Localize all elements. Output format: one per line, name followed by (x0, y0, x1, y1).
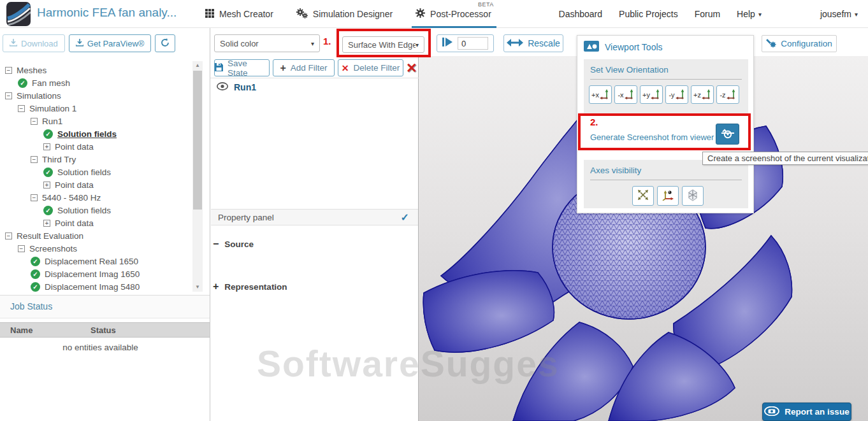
nav-forum[interactable]: Forum (695, 9, 720, 19)
tab-label: Simulation Designer (313, 9, 393, 19)
tree-item-label: Simulations (17, 91, 61, 101)
view-orientation-minus-y-button[interactable]: -y (665, 85, 688, 104)
report-issue-button[interactable]: Report an issue (762, 403, 851, 421)
orientation-label: -y (669, 91, 674, 99)
save-state-label: Save State (228, 59, 269, 78)
scrollbar-thumb[interactable] (193, 71, 202, 210)
nav-label: Help (737, 9, 755, 19)
scroll-down-arrow[interactable]: ▼ (192, 283, 203, 292)
tree-item-point-data[interactable]: +Point data (0, 178, 191, 191)
viewport-tools-panel: Viewport Tools Set View Orientation +x-x… (577, 35, 754, 213)
color-mode-select[interactable]: Solid color ▾ (214, 34, 320, 52)
collapse-toggle-icon[interactable]: − (31, 156, 38, 163)
rescale-button[interactable]: Rescale (503, 34, 563, 52)
double-arrow-icon (507, 38, 523, 48)
collapse-toggle-icon[interactable]: − (5, 67, 12, 74)
tree-item-third-try[interactable]: −Third Try (0, 153, 191, 166)
play-button[interactable] (442, 37, 453, 50)
download-icon (76, 39, 83, 48)
tree-item-displacement-imag-1650[interactable]: ✓Displacement Imag 1650 (0, 268, 191, 280)
screenshot-camera-button[interactable] (716, 124, 739, 145)
tooltip: Create a screenshot of the current visua… (702, 152, 868, 165)
property-panel-header[interactable]: Property panel ✓ (211, 209, 418, 225)
nav-public-projects[interactable]: Public Projects (619, 9, 678, 19)
tree-item-label: Solution fields (57, 129, 117, 139)
refresh-button[interactable] (155, 34, 175, 52)
collapse-toggle-icon[interactable]: − (5, 92, 12, 99)
orientation-label: -x (618, 91, 623, 99)
tree-item-label: Run1 (42, 117, 62, 126)
configuration-button[interactable]: Configuration (762, 35, 837, 52)
expand-toggle-icon[interactable]: + (43, 220, 50, 227)
section-representation[interactable]: + Representation (213, 281, 287, 292)
expand-toggle-icon[interactable]: + (43, 143, 50, 150)
view-orientation-plusminus-y-button[interactable]: +y (640, 85, 663, 104)
viewport-tools-header: Viewport Tools (577, 36, 753, 57)
tab-simulation-designer[interactable]: Simulation Designer (296, 0, 393, 28)
tree-item-label: 5440 - 5480 Hz (42, 193, 101, 203)
orientation-axes-button[interactable] (657, 186, 679, 206)
representation-select[interactable]: Surface With Edges ▾ (342, 36, 424, 53)
simscale-logo-icon[interactable] (6, 2, 31, 26)
tree-item-label: Displacement Real 1650 (45, 257, 138, 266)
bounding-box-axes-button[interactable] (682, 186, 704, 206)
tree-item-point-data[interactable]: +Point data (0, 217, 191, 229)
collapse-toggle-icon[interactable]: − (31, 194, 38, 201)
app-tabs: Mesh CreatorSimulation DesignerPost-Proc… (205, 0, 491, 28)
tree-scrollbar[interactable]: ▲ ▼ (192, 61, 203, 292)
tree-item-solution-fields[interactable]: ✓Solution fields (0, 204, 191, 217)
view-orientation-minus-x-button[interactable]: -x (614, 85, 637, 104)
download-button[interactable]: Download (3, 34, 65, 52)
save-state-button[interactable]: Save State (214, 59, 270, 76)
tree-item-label: Fan mesh (32, 78, 70, 88)
post-processor-app: Harmonic FEA fan analy... Mesh CreatorSi… (0, 0, 868, 421)
add-filter-button[interactable]: + Add Filter (273, 59, 335, 76)
collapse-toggle-icon[interactable]: − (5, 232, 12, 239)
collapse-toggle-icon[interactable]: − (18, 105, 25, 112)
tree-item-displacement-real-1650[interactable]: ✓Displacement Real 1650 (0, 255, 191, 268)
report-issue-label: Report an issue (785, 407, 849, 417)
tab-mesh-creator[interactable]: Mesh Creator (205, 0, 273, 28)
orientation-label: -z (720, 91, 725, 99)
tree-item-meshes[interactable]: −Meshes (0, 64, 191, 76)
axes-visibility-buttons (632, 186, 748, 206)
tree-item-solution-fields[interactable]: ✓Solution fields (0, 166, 191, 178)
fit-view-button[interactable] (632, 186, 654, 206)
view-orientation-plusminus-x-button[interactable]: +x (589, 85, 612, 104)
tab-post-processor[interactable]: Post-ProcessorBETA (416, 0, 491, 28)
collapse-toggle-icon[interactable]: − (18, 245, 25, 252)
get-paraview-button[interactable]: Get ParaView® (69, 34, 152, 52)
axis-arrows-icon (651, 89, 660, 101)
axis-arrows-icon (600, 89, 609, 101)
tree-item-point-data[interactable]: +Point data (0, 140, 191, 153)
tree-item-displacement-imag-5480[interactable]: ✓Displacement Imag 5480 (0, 280, 191, 292)
user-menu[interactable]: jousefm▾ (820, 9, 858, 19)
tree-item-fan-mesh[interactable]: ✓Fan mesh (0, 76, 191, 89)
eye-icon[interactable] (217, 82, 228, 93)
tree-item-result-evaluation[interactable]: −Result Evaluation (0, 229, 191, 242)
tree-item-screenshots[interactable]: −Screenshots (0, 242, 191, 255)
view-orientation-minus-z-button[interactable]: -z (716, 85, 739, 104)
tree-item-5440-5480-hz[interactable]: −5440 - 5480 Hz (0, 191, 191, 204)
nav-dashboard[interactable]: Dashboard (559, 9, 603, 19)
tree-item-run1[interactable]: −Run1 (0, 115, 191, 127)
top-header: Harmonic FEA fan analy... Mesh CreatorSi… (0, 0, 868, 28)
remove-icon[interactable]: ✕ (406, 61, 417, 76)
frame-input[interactable] (458, 37, 488, 50)
color-mode-value: Solid color (220, 39, 311, 48)
gears-icon (296, 8, 308, 20)
gear-icon (416, 8, 425, 20)
nav-help[interactable]: Help▾ (737, 9, 762, 19)
tree-item-solution-fields[interactable]: ✓Solution fields (0, 127, 191, 140)
delete-filter-button[interactable]: ✕ Delete Filter (338, 59, 403, 76)
collapse-toggle-icon[interactable]: − (31, 118, 38, 125)
job-status-header[interactable]: Job Status (0, 295, 210, 318)
view-orientation-plusminus-z-button[interactable]: +z (691, 85, 714, 104)
pipeline-item-run1[interactable]: Run1 (217, 82, 256, 93)
tree-item-simulations[interactable]: −Simulations (0, 89, 191, 102)
floppy-icon (215, 63, 223, 73)
tree-item-simulation-1[interactable]: −Simulation 1 (0, 102, 191, 115)
expand-toggle-icon[interactable]: + (43, 182, 50, 189)
scroll-up-arrow[interactable]: ▲ (192, 61, 203, 70)
section-source[interactable]: − Source (213, 238, 254, 250)
